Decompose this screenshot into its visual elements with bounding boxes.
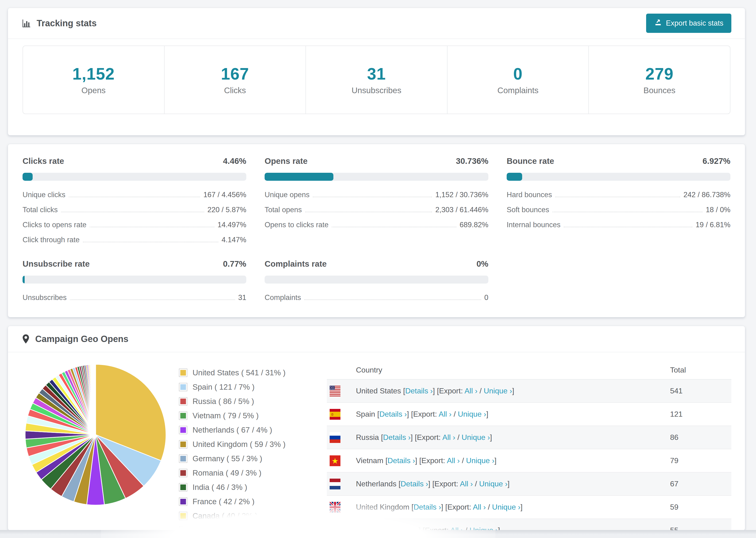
rate-detail-row: Total opens2,303 / 61.446%	[265, 206, 488, 214]
tracking-stats-title: Tracking stats	[22, 18, 97, 28]
page-footer-band	[0, 530, 756, 538]
export-unique-link-ru[interactable]: Unique ›	[461, 433, 490, 442]
legend-label: United Kingdom ( 59 / 3% )	[192, 440, 286, 449]
stat-label: Unsubscribes	[351, 86, 401, 95]
rate-progress-bar	[23, 276, 246, 284]
legend-item-india[interactable]: India ( 46 / 3% )	[179, 480, 315, 494]
export-all-link-gb[interactable]: All ›	[473, 503, 486, 511]
export-all-link-es[interactable]: All ›	[439, 410, 452, 418]
legend-item-spain[interactable]: Spain ( 121 / 7% )	[179, 380, 315, 394]
geo-total-cell: 79	[670, 449, 731, 472]
details-link-gb[interactable]: Details ›	[413, 503, 441, 511]
geo-table-total-header: Total	[670, 361, 731, 379]
legend-item-russia[interactable]: Russia ( 86 / 5% )	[179, 394, 315, 408]
export-all-link-us[interactable]: All ›	[464, 387, 477, 395]
rate-value: 30.736%	[456, 156, 488, 166]
us-flag-icon	[327, 379, 356, 403]
export-all-link-vn[interactable]: All ›	[447, 456, 460, 465]
legend-label: India ( 46 / 3% )	[192, 483, 247, 492]
geo-title: Campaign Geo Opens	[22, 334, 129, 344]
legend-swatch	[179, 368, 188, 377]
geo-country-cell: United States [Details ›] [Export: All ›…	[356, 379, 670, 403]
rate-detail-row: Click through rate4.147%	[23, 236, 246, 244]
rate-block-opens-rate: Opens rate30.736%Unique opens1,152 / 30.…	[265, 156, 488, 244]
details-link-ru[interactable]: Details ›	[383, 433, 411, 442]
rate-detail-row: Unique clicks167 / 4.456%	[23, 190, 246, 199]
rate-title: Complaints rate	[265, 259, 327, 269]
stat-value: 167	[221, 65, 249, 83]
legend-item-vietnam[interactable]: Vietnam ( 79 / 5% )	[179, 408, 315, 423]
export-unique-link-vn[interactable]: Unique ›	[466, 456, 495, 465]
rate-value: 6.927%	[702, 156, 730, 166]
geo-country-cell: Germany [Details ›] [Export: All › / Uni…	[356, 519, 670, 530]
geo-table-country-header: Country	[356, 361, 670, 379]
geo-table-flag-header	[327, 361, 356, 379]
legend-label: Canada ( 40 / 2% )	[192, 511, 257, 520]
export-unique-link-es[interactable]: Unique ›	[458, 410, 486, 418]
rate-detail-row: Unique opens1,152 / 30.736%	[265, 190, 488, 199]
stat-label: Clicks	[224, 86, 246, 95]
details-link-es[interactable]: Details ›	[379, 410, 407, 418]
legend-swatch	[179, 512, 188, 520]
rate-block-clicks-rate: Clicks rate4.46%Unique clicks167 / 4.456…	[23, 156, 246, 244]
geo-table-header-row: Country Total	[327, 361, 731, 379]
nl-flag-icon	[327, 472, 356, 496]
geo-title-text: Campaign Geo Opens	[35, 334, 129, 344]
rate-detail-row: Complaints0	[265, 294, 488, 302]
export-all-link-nl[interactable]: All ›	[460, 480, 473, 488]
rate-value: 0.77%	[223, 259, 246, 269]
legend-item-romania[interactable]: Romania ( 49 / 3% )	[179, 466, 315, 480]
geo-table-row-nl: Netherlands [Details ›] [Export: All › /…	[327, 472, 731, 496]
bar-chart-icon	[22, 18, 31, 28]
export-basic-stats-button[interactable]: Export basic stats	[646, 14, 731, 33]
legend-label: Russia ( 86 / 5% )	[192, 397, 254, 406]
legend-item-france[interactable]: France ( 42 / 2% )	[179, 494, 315, 509]
legend-item-united-kingdom[interactable]: United Kingdom ( 59 / 3% )	[179, 437, 315, 452]
export-all-link-ru[interactable]: All ›	[442, 433, 455, 442]
rates-grid: Clicks rate4.46%Unique clicks167 / 4.456…	[8, 144, 745, 302]
campaign-geo-opens-card: Campaign Geo Opens United States ( 541 /…	[8, 326, 745, 530]
geo-table: Country Total United States [Details ›] …	[327, 361, 731, 530]
geo-legend: United States ( 541 / 31% )Spain ( 121 /…	[170, 361, 315, 530]
export-unique-link-us[interactable]: Unique ›	[484, 387, 512, 395]
map-pin-icon	[22, 334, 30, 344]
geo-country-cell: Netherlands [Details ›] [Export: All › /…	[356, 472, 670, 496]
geo-total-cell: 86	[670, 426, 731, 449]
geo-pie-chart[interactable]	[22, 361, 170, 530]
rates-card: Clicks rate4.46%Unique clicks167 / 4.456…	[8, 144, 745, 317]
rate-detail-row: Internal bounces19 / 6.81%	[507, 221, 730, 229]
rate-value: 4.46%	[223, 156, 246, 166]
legend-item-canada[interactable]: Canada ( 40 / 2% )	[179, 509, 315, 523]
geo-country-cell: United Kingdom [Details ›] [Export: All …	[356, 496, 670, 519]
geo-country-cell: Russia [Details ›] [Export: All › / Uniq…	[356, 426, 670, 449]
stat-value: 279	[645, 65, 674, 83]
stat-unsubscribes: 31Unsubscribes	[306, 46, 448, 114]
legend-swatch	[179, 411, 188, 420]
vn-flag-icon	[327, 449, 356, 472]
rate-value: 0%	[476, 259, 488, 269]
geo-header: Campaign Geo Opens	[8, 326, 745, 352]
ru-flag-icon	[327, 426, 356, 449]
rate-detail-row: Total clicks220 / 5.87%	[23, 206, 246, 214]
export-unique-link-nl[interactable]: Unique ›	[479, 480, 508, 488]
geo-table-row-vn: Vietnam [Details ›] [Export: All › / Uni…	[327, 449, 731, 472]
geo-body: United States ( 541 / 31% )Spain ( 121 /…	[8, 352, 745, 530]
stat-bounces: 279Bounces	[589, 46, 730, 114]
stat-value: 0	[513, 65, 523, 83]
details-link-nl[interactable]: Details ›	[401, 480, 428, 488]
stat-label: Opens	[81, 86, 106, 95]
rate-detail-row: Soft bounces18 / 0%	[507, 206, 730, 214]
tracking-stats-title-text: Tracking stats	[37, 18, 97, 28]
legend-item-netherlands[interactable]: Netherlands ( 67 / 4% )	[179, 423, 315, 437]
tracking-stats-card: Tracking stats Export basic stats 1,152O…	[8, 8, 745, 135]
details-link-vn[interactable]: Details ›	[388, 456, 415, 465]
legend-label: France ( 42 / 2% )	[192, 497, 254, 506]
export-unique-link-gb[interactable]: Unique ›	[492, 503, 520, 511]
legend-item-germany[interactable]: Germany ( 55 / 3% )	[179, 452, 315, 466]
details-link-us[interactable]: Details ›	[405, 387, 433, 395]
legend-item-united-states[interactable]: United States ( 541 / 31% )	[179, 365, 315, 380]
de-flag-icon	[327, 519, 356, 530]
stats-summary-row: 1,152Opens167Clicks31Unsubscribes0Compla…	[23, 45, 730, 114]
legend-swatch	[179, 483, 188, 492]
legend-item-italy[interactable]: Italy ( 36 / 2% )	[179, 523, 315, 530]
